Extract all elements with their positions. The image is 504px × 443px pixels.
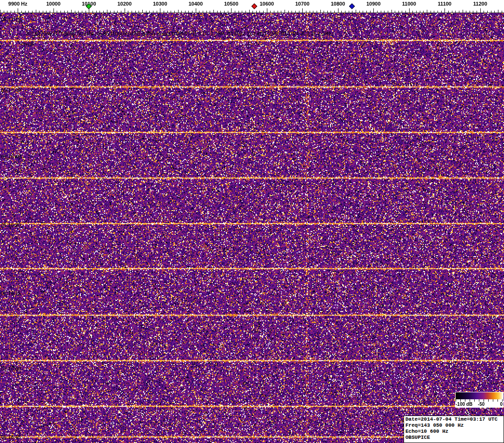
ruler-tick [502,11,502,13]
ruler-tick [11,11,11,13]
ruler-tick [25,11,26,13]
ruler-tick [149,11,150,13]
ruler-tick [370,11,371,13]
ruler-tick [132,11,132,13]
ruler-tick [288,11,289,13]
ruler-tick [327,11,328,13]
ruler-tick [206,11,207,13]
ruler-tick [125,8,125,13]
ruler-tick [171,11,171,13]
ruler-tick [231,8,232,13]
ruler-tick [431,11,431,13]
ruler-tick [349,11,349,13]
ruler-tick [263,11,264,13]
ruler-frequency-label: 10800 [331,1,345,7]
ruler-tick [498,10,498,13]
ruler-tick [135,11,136,13]
ruler-tick [448,11,449,13]
ruler-tick [157,11,157,13]
ruler-tick [338,8,338,13]
spectrogram-canvas[interactable] [0,13,504,443]
ruler-tick [285,10,285,13]
ruler-tick [352,11,352,13]
ruler-tick [188,11,189,13]
ruler-tick [320,10,321,13]
ruler-tick [463,10,463,13]
ruler-tick [142,10,143,13]
ruler-tick [96,11,97,13]
ruler-tick [267,8,267,13]
ruler-tick [441,11,442,13]
ruler-tick [53,8,54,13]
ruler-tick [82,11,82,13]
ruler-tick [452,11,452,13]
ruler-frequency-label: 10500 [224,1,239,7]
ruler-tick [477,11,477,13]
ruler-tick [224,11,225,13]
ruler-tick [480,8,481,13]
ruler-tick [331,11,331,13]
ruler-tick [164,11,164,13]
ruler-frequency-label: 10200 [118,1,132,7]
ruler-tick [139,11,139,13]
ruler-tick [356,10,356,13]
intensity-colorbar: -100 dB-500 [455,392,504,408]
ruler-tick [57,11,57,13]
ruler-tick [228,11,228,13]
ruler-tick [50,11,50,13]
ruler-tick [32,11,33,13]
ruler-frequency-label: 10000 [46,1,61,7]
ruler-tick [324,11,324,13]
ruler-tick [377,11,378,13]
ruler-tick [420,11,420,13]
ruler-tick [466,11,466,13]
observation-info-box: Date=2014-07-04 Time=03:17 UTCFreq=143 0… [404,416,504,443]
ruler-tick [107,10,107,13]
ruler-tick [434,11,434,13]
ruler-tick [281,11,281,13]
ruler-tick [43,11,43,13]
ruler-tick [473,11,473,13]
ruler-tick [210,11,210,13]
ruler-tick [217,11,218,13]
ruler-tick [444,8,445,13]
ruler-tick [341,11,342,13]
ruler-tick [373,8,374,13]
ruler-tick [494,11,495,13]
ruler-tick [402,11,402,13]
ruler-tick [185,11,186,13]
ruler-tick [292,11,292,13]
ruler-tick [381,11,381,13]
ruler-tick [487,11,488,13]
ruler-tick [71,10,72,13]
ruler-tick [295,11,296,13]
ruler-tick [259,11,260,13]
ruler-tick [128,11,128,13]
ruler-tick [398,11,399,13]
ruler-tick [7,11,7,13]
ruler-tick [18,8,18,13]
ruler-tick [245,11,246,13]
red-diamond-marker-icon[interactable] [252,3,258,9]
ruler-tick [99,11,100,13]
ruler-tick [405,11,406,13]
ruler-tick [14,11,15,13]
ruler-frequency-label: 9900 Hz [8,1,27,7]
ruler-tick [199,11,199,13]
ruler-frequency-label: 10300 [153,1,167,7]
colorbar-label: -50 [478,402,484,407]
ruler-tick [78,11,79,13]
ruler-tick [274,11,274,13]
ruler-tick [345,11,345,13]
ruler-tick [46,11,46,13]
ruler-tick [239,11,239,13]
ruler-frequency-label: 11100 [438,1,451,7]
ruler-tick [249,10,250,13]
ruler-tick [0,10,0,13]
ruler-tick [359,11,360,13]
ruler-tick [36,10,36,13]
ruler-tick [203,11,203,13]
ruler-tick [313,11,313,13]
blue-diamond-marker-icon[interactable] [349,3,355,9]
ruler-tick [310,11,310,13]
